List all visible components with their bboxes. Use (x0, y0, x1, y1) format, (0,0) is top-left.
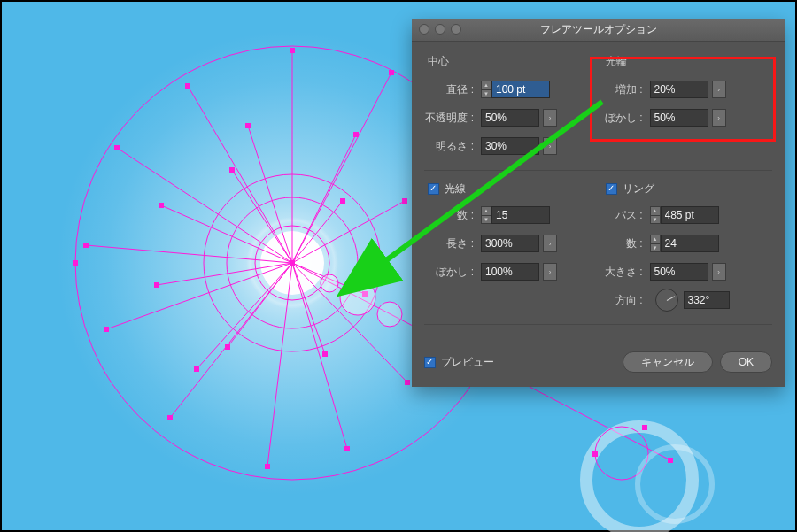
rays-count-stepper[interactable]: ▲▼ (481, 206, 491, 224)
svg-point-3 (255, 226, 329, 300)
rings-size-dropdown[interactable]: › (712, 263, 726, 281)
growth-field[interactable] (650, 81, 708, 98)
window-controls[interactable] (419, 24, 461, 35)
rays-length-field[interactable] (481, 235, 539, 252)
rays-checkbox[interactable] (428, 183, 439, 195)
center-section: 中心 直径 : ▲▼ 不透明度 : › 明るさ : › (424, 54, 595, 163)
svg-line-7 (292, 73, 391, 263)
rays-blur-dropdown[interactable]: › (543, 263, 557, 281)
svg-rect-40 (225, 344, 230, 350)
diameter-stepper[interactable]: ▲▼ (481, 81, 491, 98)
svg-point-53 (321, 274, 338, 292)
svg-rect-48 (290, 260, 295, 266)
chevron-down-icon[interactable]: ▼ (650, 243, 661, 253)
rings-path-label: パス : (602, 208, 645, 223)
divider (424, 324, 772, 325)
rings-direction-label: 方向 : (602, 293, 645, 308)
rays-section: 光線 数 : ▲▼ 長さ : › ぼかし : › (424, 181, 595, 317)
rays-checkbox-label: 光線 (445, 181, 466, 197)
halo-blur-dropdown[interactable]: › (712, 109, 726, 127)
svg-rect-59 (592, 451, 598, 457)
svg-point-56 (638, 447, 712, 521)
preview-label: プレビュー (441, 355, 494, 370)
svg-line-9 (117, 148, 292, 263)
rays-length-dropdown[interactable]: › (543, 235, 557, 252)
chevron-down-icon[interactable]: ▼ (481, 89, 491, 99)
svg-rect-57 (668, 458, 673, 463)
svg-rect-39 (245, 123, 251, 128)
ok-button[interactable]: OK (720, 351, 772, 373)
svg-rect-36 (405, 380, 410, 385)
cancel-button[interactable]: キャンセル (623, 351, 713, 373)
svg-rect-43 (154, 282, 159, 288)
growth-label: 増加 : (602, 82, 645, 97)
rays-blur-field[interactable] (481, 263, 539, 281)
svg-line-23 (161, 205, 292, 263)
chevron-up-icon[interactable]: ▲ (650, 235, 661, 243)
svg-rect-45 (229, 167, 235, 173)
preview-checkbox[interactable] (424, 357, 436, 368)
chevron-down-icon[interactable]: ▼ (650, 215, 661, 225)
dialog-titlebar[interactable]: フレアツールオプション (412, 19, 785, 42)
svg-point-5 (260, 231, 324, 295)
chevron-up-icon[interactable]: ▲ (650, 206, 661, 215)
diameter-field[interactable] (491, 81, 550, 98)
svg-rect-49 (73, 260, 78, 266)
svg-point-4 (246, 217, 338, 309)
divider (424, 170, 772, 171)
svg-rect-28 (389, 70, 394, 75)
rings-direction-field[interactable] (684, 291, 730, 309)
opacity-field[interactable] (481, 109, 539, 127)
chevron-up-icon[interactable]: ▲ (481, 81, 491, 89)
svg-point-54 (586, 427, 693, 532)
minimize-icon[interactable] (435, 24, 445, 35)
svg-rect-32 (104, 327, 109, 332)
opacity-label: 不透明度 : (424, 111, 476, 126)
growth-dropdown[interactable]: › (712, 81, 726, 98)
svg-point-1 (204, 174, 381, 351)
brightness-label: 明るさ : (424, 139, 476, 154)
rings-size-field[interactable] (650, 263, 708, 281)
rings-checkbox[interactable] (606, 183, 617, 195)
svg-rect-42 (194, 366, 199, 372)
svg-rect-44 (159, 203, 164, 208)
svg-line-20 (292, 263, 325, 354)
svg-line-18 (248, 126, 292, 263)
zoom-icon[interactable] (451, 24, 461, 35)
svg-line-22 (157, 263, 292, 285)
rings-checkbox-label: リング (623, 181, 654, 197)
svg-rect-37 (402, 198, 407, 204)
chevron-up-icon[interactable]: ▲ (481, 206, 491, 215)
svg-line-16 (292, 201, 405, 263)
svg-rect-27 (290, 48, 295, 53)
svg-rect-46 (340, 198, 345, 204)
brightness-field[interactable] (481, 137, 539, 155)
center-heading: 中心 (424, 54, 595, 69)
rings-path-stepper[interactable]: ▲▼ (650, 206, 661, 224)
halo-blur-field[interactable] (650, 109, 708, 127)
svg-rect-31 (83, 243, 89, 248)
svg-rect-30 (114, 145, 120, 150)
rings-count-stepper[interactable]: ▲▼ (650, 235, 661, 252)
halo-blur-label: ぼかし : (602, 111, 645, 126)
svg-rect-41 (322, 351, 328, 357)
rings-count-field[interactable] (661, 235, 719, 252)
svg-rect-34 (265, 464, 270, 469)
close-icon[interactable] (419, 24, 429, 35)
flare-tool-options-dialog: フレアツールオプション 中心 直径 : ▲▼ 不透明度 : › 明るさ : (412, 19, 785, 387)
opacity-dropdown[interactable]: › (543, 109, 557, 127)
svg-rect-29 (185, 83, 190, 89)
rays-count-field[interactable] (491, 206, 550, 224)
svg-point-55 (595, 427, 648, 480)
svg-line-24 (232, 170, 292, 263)
svg-line-14 (292, 263, 347, 449)
rings-path-field[interactable] (661, 206, 719, 224)
diameter-label: 直径 : (424, 82, 476, 97)
svg-line-12 (170, 263, 292, 418)
rays-length-label: 長さ : (424, 236, 476, 251)
direction-dial[interactable] (655, 289, 678, 312)
svg-line-8 (188, 86, 292, 263)
rays-count-label: 数 : (424, 208, 476, 223)
chevron-down-icon[interactable]: ▼ (481, 215, 491, 225)
brightness-dropdown[interactable]: › (543, 137, 557, 155)
